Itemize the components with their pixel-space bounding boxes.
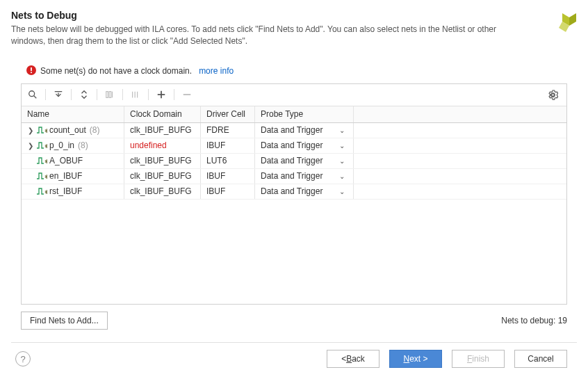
- remove-icon: [179, 86, 195, 103]
- column-header-clock[interactable]: Clock Domain: [124, 106, 201, 122]
- probe-type-cell[interactable]: Data and Trigger⌄: [255, 138, 354, 153]
- more-info-link[interactable]: more info: [199, 66, 234, 76]
- svg-text:✱: ✱: [44, 128, 47, 134]
- separator: [174, 89, 174, 100]
- net-name: A_OBUF: [49, 156, 83, 166]
- table-row[interactable]: ❯ ✱ count_out (8) clk_IBUF_BUFG FDRE Dat…: [22, 123, 566, 138]
- svg-rect-4: [31, 67, 32, 71]
- net-name: en_IBUF: [49, 171, 82, 181]
- driver-cell: LUT6: [201, 154, 255, 168]
- net-name: count_out: [49, 125, 86, 135]
- back-button[interactable]: < Back: [327, 350, 379, 368]
- help-icon[interactable]: ?: [15, 351, 31, 366]
- filter-icon: [101, 86, 118, 103]
- expand-chevron-icon[interactable]: ❯: [27, 127, 34, 134]
- table-header: Name Clock Domain Driver Cell Probe Type: [22, 106, 566, 123]
- svg-marker-1: [569, 13, 576, 26]
- net-icon: ✱: [36, 156, 47, 165]
- probe-type-cell[interactable]: Data and Trigger⌄: [255, 123, 354, 138]
- separator: [71, 89, 72, 100]
- table-panel: Name Clock Domain Driver Cell Probe Type…: [21, 83, 567, 305]
- divider: [11, 342, 577, 343]
- find-nets-button[interactable]: Find Nets to Add...: [21, 312, 108, 330]
- driver-cell: IBUF: [201, 169, 255, 184]
- svg-point-19: [551, 93, 554, 96]
- table-body: ❯ ✱ count_out (8) clk_IBUF_BUFG FDRE Dat…: [22, 123, 566, 304]
- svg-text:✱: ✱: [44, 189, 47, 195]
- next-button[interactable]: Next >: [389, 350, 442, 368]
- probe-type-cell[interactable]: Data and Trigger⌄: [255, 154, 354, 168]
- clock-domain-cell: clk_IBUF_BUFG: [124, 184, 201, 199]
- clock-domain-cell: undefined: [124, 138, 201, 153]
- page-title: Nets to Debug: [11, 10, 527, 21]
- net-count: (8): [78, 140, 88, 150]
- table-row[interactable]: ❯ ✱ p_0_in (8) undefined IBUF Data and T…: [22, 138, 566, 154]
- table-row[interactable]: ❯ ✱ A_OBUF clk_IBUF_BUFG LUT6 Data and T…: [22, 154, 566, 169]
- driver-cell: FDRE: [201, 123, 255, 138]
- separator: [122, 89, 123, 100]
- net-count: (8): [90, 125, 100, 135]
- separator: [45, 89, 46, 100]
- chevron-down-icon[interactable]: ⌄: [339, 157, 345, 165]
- warning-bar: Some net(s) do not have a clock domain. …: [11, 61, 577, 81]
- gear-icon[interactable]: [544, 86, 561, 103]
- columns-icon: [127, 86, 144, 103]
- clock-domain-cell: clk_IBUF_BUFG: [124, 123, 201, 138]
- collapse-all-icon[interactable]: [50, 86, 67, 103]
- error-icon: [26, 65, 36, 76]
- net-icon: ✱: [36, 141, 47, 150]
- table-row[interactable]: ❯ ✱ rst_IBUF clk_IBUF_BUFG IBUF Data and…: [22, 184, 566, 200]
- clock-domain-cell: clk_IBUF_BUFG: [124, 169, 201, 184]
- net-icon: ✱: [36, 172, 47, 180]
- svg-text:✱: ✱: [44, 143, 47, 150]
- net-name: p_0_in: [49, 140, 74, 150]
- svg-text:✱: ✱: [44, 159, 47, 165]
- svg-line-7: [34, 96, 37, 99]
- chevron-down-icon[interactable]: ⌄: [339, 142, 345, 150]
- chevron-down-icon[interactable]: ⌄: [339, 127, 345, 134]
- net-name: rst_IBUF: [49, 186, 82, 196]
- svg-point-6: [29, 91, 35, 97]
- svg-rect-5: [31, 72, 32, 73]
- column-header-probe[interactable]: Probe Type: [255, 106, 354, 122]
- expand-chevron-icon[interactable]: ❯: [27, 142, 34, 150]
- nets-count-label: Nets to debug: 19: [501, 316, 567, 325]
- search-icon[interactable]: [24, 86, 41, 103]
- probe-type-cell[interactable]: Data and Trigger⌄: [255, 184, 354, 199]
- probe-type-cell[interactable]: Data and Trigger⌄: [255, 169, 354, 184]
- separator: [148, 89, 149, 100]
- separator: [97, 89, 97, 100]
- clock-domain-cell: clk_IBUF_BUFG: [124, 154, 201, 168]
- svg-rect-11: [109, 92, 111, 98]
- warning-text: Some net(s) do not have a clock domain.: [40, 66, 192, 76]
- driver-cell: IBUF: [201, 138, 255, 153]
- add-icon[interactable]: [153, 86, 170, 103]
- net-icon: ✱: [36, 126, 47, 134]
- driver-cell: IBUF: [201, 184, 255, 199]
- table-toolbar: [22, 84, 566, 106]
- column-header-driver[interactable]: Driver Cell: [201, 106, 255, 122]
- chevron-down-icon[interactable]: ⌄: [339, 172, 345, 180]
- app-logo-icon: [555, 11, 577, 33]
- finish-button: Finish: [452, 350, 505, 368]
- page-subtitle: The nets below will be debugged with ILA…: [11, 24, 527, 47]
- table-row[interactable]: ❯ ✱ en_IBUF clk_IBUF_BUFG IBUF Data and …: [22, 169, 566, 184]
- svg-text:✱: ✱: [44, 174, 47, 180]
- cancel-button[interactable]: Cancel: [514, 350, 567, 368]
- column-header-name[interactable]: Name: [22, 106, 124, 122]
- expand-all-icon[interactable]: [76, 86, 92, 103]
- svg-rect-10: [106, 92, 108, 98]
- chevron-down-icon[interactable]: ⌄: [339, 188, 345, 195]
- net-icon: ✱: [36, 187, 47, 195]
